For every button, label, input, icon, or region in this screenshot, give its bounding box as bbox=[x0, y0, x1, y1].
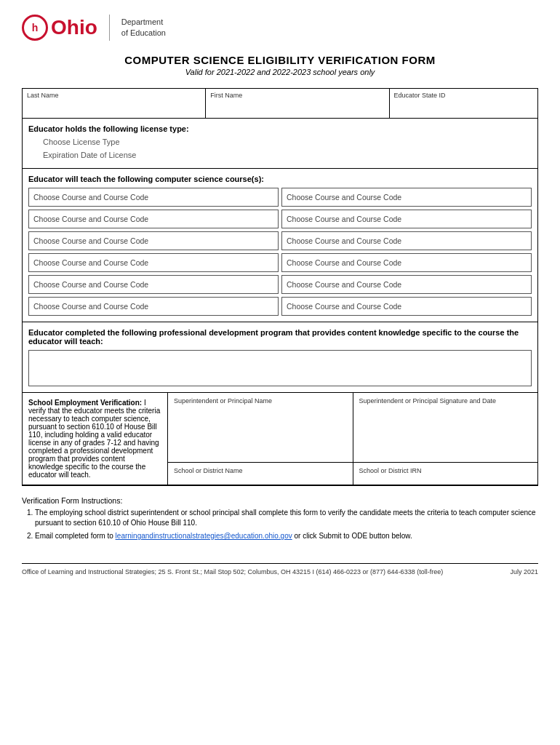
name-row: Last Name First Name Educator State ID bbox=[23, 89, 537, 119]
superintendent-name-label: Superintendent or Principal Name bbox=[174, 397, 347, 405]
logo-divider bbox=[109, 15, 110, 41]
verify-top-row: Superintendent or Principal Name Superin… bbox=[168, 393, 537, 463]
course-box-6[interactable]: Choose Course and Course Code bbox=[28, 253, 279, 272]
main-form: Last Name First Name Educator State ID E… bbox=[22, 88, 538, 486]
course-text-8: Choose Course and Course Code bbox=[33, 280, 148, 289]
course-box-1[interactable]: Choose Course and Course Code bbox=[281, 188, 532, 207]
course-text-6: Choose Course and Course Code bbox=[33, 258, 148, 267]
instructions-list: The employing school district superinten… bbox=[22, 508, 538, 541]
course-text-1: Choose Course and Course Code bbox=[287, 193, 401, 202]
course-box-5[interactable]: Choose Course and Course Code bbox=[281, 231, 532, 250]
verify-left-panel: School Employment Verification: I verify… bbox=[23, 393, 168, 485]
last-name-label: Last Name bbox=[27, 92, 201, 99]
course-text-10: Choose Course and Course Code bbox=[33, 302, 148, 311]
course-box-11[interactable]: Choose Course and Course Code bbox=[281, 297, 532, 316]
instructions-section: Verification Form Instructions: The empl… bbox=[22, 496, 538, 541]
instruction-text-2a: Email completed form to bbox=[35, 532, 116, 540]
ohio-o-letter: h bbox=[32, 22, 39, 33]
course-box-4[interactable]: Choose Course and Course Code bbox=[28, 231, 279, 250]
course-text-11: Choose Course and Course Code bbox=[287, 302, 401, 311]
logo-container: h Ohio Department of Education bbox=[22, 15, 166, 41]
pd-section: Educator completed the following profess… bbox=[23, 322, 537, 393]
instruction-item-2: Email completed form to learningandinstr… bbox=[35, 531, 538, 541]
superintendent-sig-cell: Superintendent or Principal Signature an… bbox=[353, 393, 538, 462]
form-title-section: COMPUTER SCIENCE ELIGIBILITY VERIFICATIO… bbox=[22, 54, 538, 76]
instruction-text-2b: or click Submit to ODE button below. bbox=[294, 532, 412, 540]
course-box-7[interactable]: Choose Course and Course Code bbox=[281, 253, 532, 272]
pd-text-box[interactable] bbox=[28, 350, 532, 386]
verify-italic-text: I verify that the educator meets the cri… bbox=[28, 399, 160, 479]
verify-bottom-row: School or District Name School or Distri… bbox=[168, 463, 537, 485]
expiration-label: Expiration Date of License bbox=[43, 151, 136, 159]
course-box-0[interactable]: Choose Course and Course Code bbox=[28, 188, 279, 207]
superintendent-name-cell: Superintendent or Principal Name bbox=[168, 393, 353, 462]
instruction-email-link[interactable]: learningandinstructionalstrategies@educa… bbox=[116, 532, 292, 540]
page-footer: Office of Learning and Instructional Str… bbox=[22, 563, 538, 575]
course-box-9[interactable]: Choose Course and Course Code bbox=[281, 275, 532, 294]
courses-section: Educator will teach the following comput… bbox=[23, 169, 537, 322]
pd-section-header: Educator completed the following profess… bbox=[28, 328, 532, 346]
course-box-2[interactable]: Choose Course and Course Code bbox=[28, 210, 279, 228]
school-name-label: School or District Name bbox=[174, 467, 347, 474]
last-name-cell: Last Name bbox=[23, 89, 206, 118]
verification-section: School Employment Verification: I verify… bbox=[23, 393, 537, 485]
expiration-row: Expiration Date of License bbox=[43, 151, 532, 159]
page-header: h Ohio Department of Education bbox=[22, 15, 538, 41]
course-text-0: Choose Course and Course Code bbox=[33, 193, 148, 202]
form-main-title: COMPUTER SCIENCE ELIGIBILITY VERIFICATIO… bbox=[22, 54, 538, 66]
state-id-cell: Educator State ID bbox=[390, 89, 537, 118]
instruction-text-1: The employing school district superinten… bbox=[35, 509, 536, 527]
course-box-8[interactable]: Choose Course and Course Code bbox=[28, 275, 279, 294]
school-irn-label: School or District IRN bbox=[359, 467, 532, 474]
first-name-label: First Name bbox=[210, 92, 384, 99]
ohio-circle-icon: h bbox=[22, 15, 48, 41]
courses-grid: Choose Course and Course Code Choose Cou… bbox=[28, 188, 532, 316]
first-name-cell: First Name bbox=[206, 89, 389, 118]
instructions-title: Verification Form Instructions: bbox=[22, 496, 538, 505]
course-text-5: Choose Course and Course Code bbox=[287, 236, 401, 245]
verify-right-panel: Superintendent or Principal Name Superin… bbox=[168, 393, 537, 485]
ohio-logo: h Ohio bbox=[22, 15, 97, 41]
department-text: Department of Education bbox=[121, 17, 166, 39]
instruction-item-1: The employing school district superinten… bbox=[35, 508, 538, 528]
course-text-7: Choose Course and Course Code bbox=[287, 258, 401, 267]
license-type-row: Choose License Type bbox=[43, 138, 532, 146]
footer-right-text: July 2021 bbox=[510, 568, 538, 575]
course-text-2: Choose Course and Course Code bbox=[33, 215, 148, 223]
verify-bold-label: School Employment Verification: bbox=[28, 399, 142, 407]
course-text-9: Choose Course and Course Code bbox=[287, 280, 401, 289]
school-name-cell: School or District Name bbox=[168, 463, 353, 485]
license-type-placeholder[interactable]: Choose License Type bbox=[43, 138, 120, 146]
license-section-header: Educator holds the following license typ… bbox=[28, 124, 532, 133]
superintendent-sig-label: Superintendent or Principal Signature an… bbox=[359, 397, 532, 405]
school-irn-cell: School or District IRN bbox=[353, 463, 538, 485]
ohio-wordmark: Ohio bbox=[51, 17, 97, 38]
form-sub-title: Valid for 2021-2022 and 2022-2023 school… bbox=[22, 68, 538, 76]
course-box-10[interactable]: Choose Course and Course Code bbox=[28, 297, 279, 316]
courses-section-header: Educator will teach the following comput… bbox=[28, 175, 532, 183]
footer-left-text: Office of Learning and Instructional Str… bbox=[22, 568, 443, 575]
course-text-4: Choose Course and Course Code bbox=[33, 236, 148, 245]
course-box-3[interactable]: Choose Course and Course Code bbox=[281, 210, 532, 228]
course-text-3: Choose Course and Course Code bbox=[287, 215, 401, 223]
state-id-label: Educator State ID bbox=[394, 92, 533, 99]
license-section: Educator holds the following license typ… bbox=[23, 119, 537, 169]
